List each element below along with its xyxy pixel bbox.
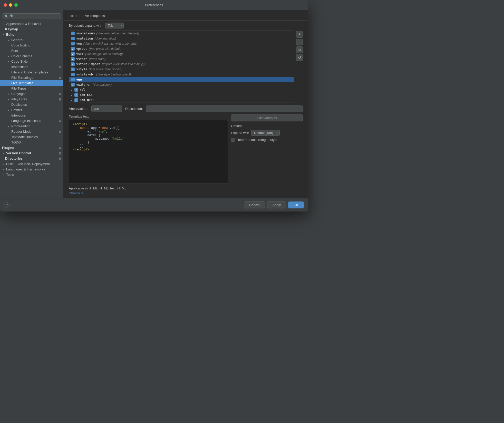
- remove-template-button[interactable]: −: [296, 39, 303, 45]
- chevron-icon: [2, 168, 5, 171]
- list-item-group[interactable]: ▸ ✓ xsl: [69, 87, 294, 92]
- sidebar-item-directories[interactable]: Directories ▦: [0, 156, 63, 161]
- list-item[interactable]: ✓ vstyle (Vue inline style binding): [69, 67, 294, 72]
- list-item[interactable]: ✓ vmodel-num (Vue v-model number directi…: [69, 31, 294, 36]
- sidebar-item-general[interactable]: General: [0, 37, 63, 43]
- options-expand-dropdown-wrapper: Default (Tab) Tab Enter Space ▾: [251, 130, 280, 136]
- checkbox-checked[interactable]: ✓: [71, 83, 75, 86]
- sidebar-item-label: Font: [11, 49, 18, 53]
- group-chevron-icon: ▸: [71, 99, 72, 102]
- checkbox-checked[interactable]: ✓: [71, 62, 75, 66]
- sidebar-item-label: Intentions: [11, 113, 26, 117]
- footer: ? Cancel Apply OK: [0, 198, 308, 212]
- options-group: Options Expand with Default (Tab) Tab En…: [231, 124, 303, 142]
- sidebar-item-inlay-hints[interactable]: Inlay Hints ▦: [0, 97, 63, 102]
- edit-variables-button[interactable]: Edit variables: [231, 114, 303, 121]
- sidebar-item-code-editing[interactable]: Code Editing: [0, 43, 63, 48]
- maximize-button[interactable]: [14, 3, 18, 7]
- sidebar-item-code-style[interactable]: Code Style: [0, 59, 63, 64]
- bottom-panel: Abbreviation: Description: Template text…: [64, 102, 308, 198]
- sidebar-item-language-injections[interactable]: Language Injections ▦: [0, 118, 63, 123]
- template-desc: (Vue image source binding): [85, 52, 123, 56]
- list-item-selected[interactable]: ✓ vue: [69, 77, 294, 82]
- add-template-button[interactable]: +: [296, 31, 303, 38]
- checkbox-checked[interactable]: ✓: [74, 93, 78, 97]
- template-list[interactable]: ✓ vmodel-num (Vue v-model number directi…: [69, 31, 294, 102]
- sidebar-item-emmet[interactable]: Emmet: [0, 107, 63, 113]
- checkbox-checked[interactable]: ✓: [71, 47, 75, 51]
- search-input[interactable]: [10, 14, 59, 18]
- sidebar-item-inspections[interactable]: Inspections ▦: [0, 64, 63, 70]
- sidebar-item-languages[interactable]: Languages & Frameworks: [0, 167, 63, 172]
- sidebar-item-color-scheme[interactable]: Color Scheme: [0, 53, 63, 59]
- sidebar-item-reader-mode[interactable]: Reader Mode ▦: [0, 129, 63, 134]
- checkbox-checked[interactable]: ✓: [74, 88, 78, 92]
- copy-template-button[interactable]: ⧉: [296, 46, 303, 53]
- list-item[interactable]: ✓ vwatcher (Vue watcher): [69, 82, 294, 87]
- sidebar-item-version-control[interactable]: Version Control ▦: [0, 150, 63, 156]
- sidebar-item-label: Code Style: [11, 60, 28, 63]
- list-item[interactable]: ✓ vmutation (Vuex mutation): [69, 36, 294, 41]
- plugin-icon: ▦: [59, 98, 61, 101]
- checkbox-checked[interactable]: ✓: [71, 68, 75, 71]
- sidebar-item-duplicates[interactable]: Duplicates: [0, 102, 63, 107]
- sidebar-item-todo[interactable]: TODO: [0, 140, 63, 145]
- list-item-group[interactable]: ▸ ✓ Zen HTML: [69, 98, 294, 102]
- reset-template-button[interactable]: ↺: [296, 54, 303, 61]
- template-code-editor[interactable]: <script> const app = new Vue({ el: "#app…: [69, 120, 228, 184]
- expand-dropdown[interactable]: Tab Enter Space: [105, 23, 124, 28]
- list-item[interactable]: ✓ vsrc (Vue image source binding): [69, 51, 294, 56]
- checkbox-checked[interactable]: ✓: [71, 52, 75, 56]
- sidebar-item-tools[interactable]: Tools: [0, 172, 63, 177]
- list-item[interactable]: ✓ vstore (Vuex store): [69, 56, 294, 62]
- checkbox-checked[interactable]: ✓: [71, 78, 75, 81]
- list-item-group[interactable]: ▸ ✓ Zen CSS: [69, 92, 294, 98]
- search-box[interactable]: 🔍: [3, 13, 61, 19]
- description-label: Description:: [125, 107, 143, 111]
- sidebar-item-label: Languages & Frameworks: [6, 167, 45, 171]
- checkbox-checked[interactable]: ✓: [71, 73, 75, 76]
- options-expand-dropdown[interactable]: Default (Tab) Tab Enter Space: [251, 130, 280, 136]
- checkbox-checked[interactable]: ✓: [71, 57, 75, 61]
- sidebar-item-copyright[interactable]: Copyright ▦: [0, 91, 63, 97]
- description-input[interactable]: [146, 105, 303, 112]
- sidebar-item-label: Proofreading: [11, 124, 30, 128]
- reformat-checkbox[interactable]: [231, 138, 235, 142]
- close-button[interactable]: [4, 3, 7, 7]
- sidebar-item-textmate-bundles[interactable]: TextMate Bundles: [0, 134, 63, 140]
- sidebar-item-proofreading[interactable]: Proofreading: [0, 123, 63, 129]
- window-controls[interactable]: [4, 3, 18, 7]
- change-link[interactable]: Change ▾: [69, 191, 303, 195]
- checkbox-checked[interactable]: ✓: [71, 37, 75, 40]
- sidebar-item-font[interactable]: Font: [0, 48, 63, 53]
- ok-button[interactable]: OK: [288, 201, 304, 208]
- sidebar-item-live-templates[interactable]: Live Templates: [0, 80, 63, 86]
- checkbox-checked[interactable]: ✓: [71, 32, 75, 35]
- list-item[interactable]: ✓ von (Vue v-on click handler with argum…: [69, 41, 294, 46]
- sidebar-item-keymap[interactable]: Keymap: [0, 26, 63, 32]
- minimize-button[interactable]: [9, 3, 12, 7]
- sidebar-item-build[interactable]: Build, Execution, Deployment: [0, 161, 63, 167]
- sidebar-item-label: Language Injections: [11, 119, 41, 123]
- group-chevron-icon: ▸: [71, 94, 72, 97]
- list-item[interactable]: ✓ vprops (Vue props with default): [69, 46, 294, 51]
- apply-button[interactable]: Apply: [267, 201, 286, 208]
- sidebar-item-label: General: [11, 38, 23, 42]
- abbreviation-input[interactable]: [91, 105, 122, 112]
- sidebar-item-appearance[interactable]: Appearance & Behavior: [0, 21, 63, 26]
- checkbox-checked[interactable]: ✓: [71, 42, 75, 45]
- template-desc: (Vue props with default): [89, 47, 121, 51]
- sidebar-item-file-encodings[interactable]: File Encodings ▦: [0, 75, 63, 80]
- change-chevron-icon: ▾: [81, 191, 83, 195]
- sidebar-item-file-code-templates[interactable]: File and Code Templates: [0, 70, 63, 75]
- options-section: Edit variables Options Expand with Defau…: [231, 114, 303, 184]
- checkbox-checked[interactable]: ✓: [74, 98, 78, 102]
- sidebar-item-plugins[interactable]: Plugins ▦: [0, 145, 63, 150]
- sidebar-item-file-types[interactable]: File Types: [0, 86, 63, 91]
- help-button[interactable]: ?: [4, 202, 10, 208]
- sidebar-item-editor[interactable]: Editor: [0, 32, 63, 37]
- cancel-button[interactable]: Cancel: [244, 201, 265, 208]
- list-item[interactable]: ✓ vstore-import (Import Vuex store into …: [69, 62, 294, 67]
- sidebar-item-intentions[interactable]: Intentions: [0, 113, 63, 118]
- list-item[interactable]: ✓ vstyle-obj (Vue style binding object): [69, 72, 294, 77]
